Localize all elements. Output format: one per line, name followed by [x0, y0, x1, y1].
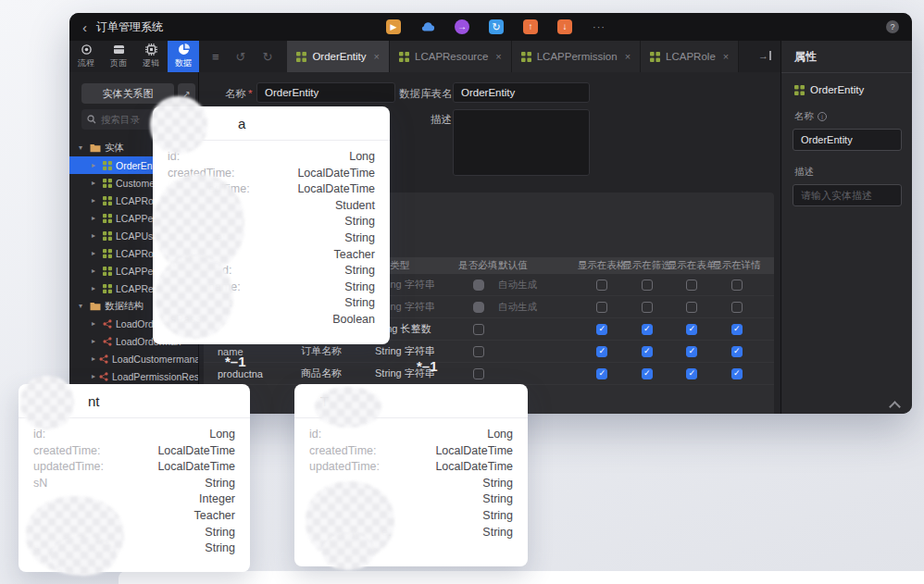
tab-lcapresource[interactable]: LCAPResource × [390, 41, 512, 72]
sidebar-item-loadcustomermanager[interactable]: ▸ LoadCustomermanager [69, 350, 198, 367]
show-detail-checkbox[interactable] [731, 324, 743, 335]
data-structure-icon [99, 372, 108, 381]
nav-label: 数据 [175, 57, 192, 69]
tab-lcaprole[interactable]: LCAPRole × [641, 41, 739, 72]
collapse-panel-icon[interactable]: ≡ [212, 50, 219, 64]
inspector-name-input[interactable] [793, 129, 902, 151]
caret-right-icon: ▸ [92, 337, 99, 345]
sidebar-item-loadpermissionresourc[interactable]: ▸ LoadPermissionResourc [69, 367, 198, 385]
more-icon[interactable]: ··· [592, 19, 606, 34]
caret-down-icon: ▾ [79, 302, 86, 310]
show-form-checkbox[interactable] [686, 280, 697, 291]
show-detail-checkbox[interactable] [731, 302, 743, 313]
toggle-right-panel-icon[interactable]: → [758, 50, 771, 61]
folder-icon [90, 143, 101, 153]
upload-icon[interactable]: ↑ [523, 19, 538, 34]
entity-grid-icon [650, 52, 660, 62]
caret-right-icon: ▸ [92, 161, 99, 169]
entity-grid-icon [103, 179, 112, 188]
inspector-desc-input[interactable] [793, 184, 902, 206]
cell-default: 自动生成 [498, 301, 580, 314]
table-name-input[interactable] [453, 82, 590, 103]
sync-icon[interactable]: ↻ [489, 19, 504, 34]
entity-grid-icon [103, 284, 112, 293]
download-icon[interactable]: ↓ [557, 19, 572, 34]
caret-right-icon: ▸ [92, 249, 99, 257]
show-detail-checkbox[interactable] [731, 280, 743, 291]
show-filter-checkbox[interactable] [642, 302, 653, 313]
show-filter-checkbox[interactable] [642, 280, 653, 291]
show-form-checkbox[interactable] [686, 346, 697, 357]
required-checkbox[interactable] [473, 302, 484, 313]
caret-right-icon: ▸ [92, 372, 95, 380]
data-structure-icon [99, 354, 108, 364]
caret-right-icon: ▸ [92, 284, 99, 292]
inspector-name-label: 名称i [781, 95, 912, 129]
entity-grid-icon [794, 85, 805, 95]
er-diagram-button[interactable]: 实体关系图 [81, 83, 174, 104]
er-field-row: id:Long [168, 150, 375, 167]
undo-icon[interactable]: ↺ [236, 50, 246, 64]
nav-item-page[interactable]: 页面 [103, 41, 134, 72]
run-icon[interactable]: ▶ [386, 19, 401, 34]
tab-orderentity[interactable]: OrderEntity × [287, 41, 390, 72]
back-icon[interactable]: ‹ [82, 20, 87, 34]
pie-chart-icon [178, 43, 190, 56]
caret-right-icon: ▸ [92, 196, 99, 205]
nav-label: 页面 [110, 57, 127, 69]
required-checkbox[interactable] [473, 280, 484, 291]
required-checkbox[interactable] [473, 324, 484, 335]
history-controls: ≡ ↺ ↻ [199, 41, 272, 72]
nav-item-data[interactable]: 数据 [168, 41, 199, 72]
description-textarea[interactable] [453, 109, 590, 176]
er-field-row: updatedTime:LocalDateTime [309, 460, 513, 477]
close-icon[interactable]: × [495, 51, 501, 62]
censor-blob [156, 255, 233, 339]
tab-lcappermission[interactable]: LCAPPermission × [512, 41, 641, 72]
data-structure-icon [103, 319, 112, 329]
tree-item-label: LoadCustomermanager [112, 354, 198, 365]
show-table-checkbox[interactable] [596, 302, 607, 313]
inspector-desc-label: 描述 [781, 151, 912, 184]
show-form-checkbox[interactable] [686, 368, 697, 379]
required-checkbox[interactable] [473, 346, 484, 357]
redo-icon[interactable]: ↻ [263, 50, 273, 64]
cloud-icon[interactable] [420, 19, 435, 34]
nav-item-process[interactable]: 流程 [70, 41, 102, 72]
nav-item-logic[interactable]: 逻辑 [135, 41, 167, 72]
entity-grid-icon [103, 249, 112, 258]
app-title: 订单管理系统 [96, 19, 163, 35]
show-table-checkbox[interactable] [596, 346, 607, 357]
show-detail-checkbox[interactable] [731, 368, 743, 379]
show-form-checkbox[interactable] [686, 302, 697, 313]
required-checkbox[interactable] [473, 368, 484, 379]
show-filter-checkbox[interactable] [642, 324, 653, 335]
show-detail-checkbox[interactable] [731, 346, 743, 357]
data-structure-icon [103, 337, 112, 346]
close-icon[interactable]: × [625, 51, 631, 62]
arrow-right-icon[interactable]: → [455, 19, 469, 34]
close-icon[interactable]: × [374, 51, 380, 62]
caret-right-icon: ▸ [92, 354, 95, 363]
show-table-checkbox[interactable] [596, 280, 607, 291]
cell-type: String 字符串 [375, 344, 458, 358]
tab-label: OrderEntity [312, 51, 366, 62]
show-form-checkbox[interactable] [686, 324, 697, 335]
show-filter-checkbox[interactable] [642, 368, 653, 379]
show-table-checkbox[interactable] [596, 324, 607, 335]
scroll-up-icon[interactable] [888, 399, 901, 410]
relationship-label: *–1 [225, 354, 246, 369]
close-icon[interactable]: × [723, 51, 729, 62]
entity-name-input[interactable] [256, 82, 395, 103]
show-table-checkbox[interactable] [596, 368, 607, 379]
table-row[interactable]: productna 商品名称 String 字符串 [204, 363, 774, 385]
help-icon[interactable]: ? [886, 20, 899, 33]
entity-grid-icon [296, 52, 306, 62]
er-field-row: id:Long [309, 428, 513, 444]
censor-blob [150, 96, 207, 154]
tab-label: LCAPRole [666, 51, 716, 62]
censor-blob [315, 387, 381, 428]
cell-display-name: 订单名称 [301, 344, 375, 358]
tree-group-label: 实体 [105, 142, 124, 155]
show-filter-checkbox[interactable] [642, 346, 653, 357]
